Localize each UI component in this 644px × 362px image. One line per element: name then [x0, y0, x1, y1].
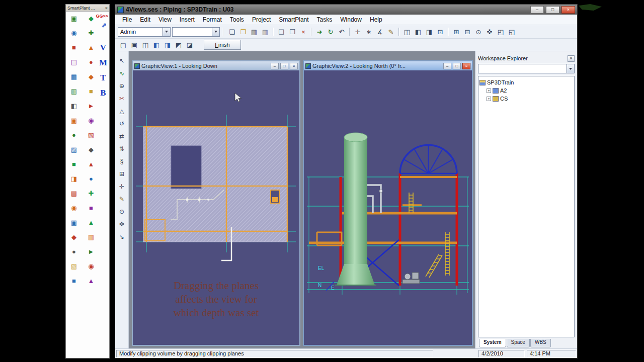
print-icon[interactable]: ▥: [260, 27, 270, 37]
menu-help[interactable]: Help: [366, 15, 386, 24]
palette-icon[interactable]: ▦: [85, 232, 97, 242]
graphic-canvas-2[interactable]: EL N E: [304, 70, 472, 345]
undo-icon[interactable]: ↶: [337, 27, 347, 37]
graphic-view-1-titlebar[interactable]: GraphicView:1 - Looking Down – □ ×: [133, 61, 299, 70]
palette-icon[interactable]: ■: [85, 86, 97, 97]
clip-option-7-icon[interactable]: ◪: [185, 40, 195, 50]
menu-format[interactable]: Format: [199, 15, 226, 24]
menu-tools[interactable]: Tools: [226, 15, 248, 24]
pan-icon[interactable]: ✜: [485, 27, 495, 37]
palette-icon[interactable]: ●: [68, 130, 80, 140]
expander-icon[interactable]: +: [487, 97, 491, 101]
palette-letter-m[interactable]: M: [99, 58, 108, 68]
palette-icon[interactable]: ▲: [85, 276, 97, 286]
point-along-icon[interactable]: ∗: [364, 27, 374, 37]
graphic-canvas-1[interactable]: Dragging the planes affects the view for…: [133, 70, 299, 345]
palette-letter-t[interactable]: T: [99, 73, 108, 83]
clip-option-3-icon[interactable]: ◫: [140, 40, 150, 50]
crosshair-tool-icon[interactable]: ✛: [117, 182, 127, 191]
move-tool-icon[interactable]: ⇄: [117, 132, 127, 141]
new-document-icon[interactable]: ❏: [227, 27, 237, 37]
palette-icon[interactable]: ►: [85, 101, 97, 111]
palette-icon[interactable]: ▧: [85, 130, 97, 140]
palette-icon[interactable]: ◉: [85, 261, 97, 272]
previous-view-icon[interactable]: ◱: [507, 27, 517, 37]
palette-letter-v[interactable]: V: [99, 43, 108, 53]
zoom-in-icon[interactable]: ⊞: [451, 27, 461, 37]
menu-window[interactable]: Window: [336, 15, 366, 24]
palette-icon[interactable]: ▲: [85, 43, 97, 53]
grid-tool-icon[interactable]: ⊞: [117, 169, 127, 178]
pinpoint-icon[interactable]: ✛: [353, 27, 363, 37]
palette-icon[interactable]: ◨: [68, 174, 80, 184]
measure-icon[interactable]: ∡: [375, 27, 385, 37]
zoom-tool-2-icon[interactable]: ⊙: [117, 207, 127, 216]
palette-icon[interactable]: ■: [68, 276, 80, 286]
palette-icon[interactable]: ▥: [68, 86, 80, 97]
palette-icon[interactable]: ▧: [68, 261, 80, 272]
palette-icon[interactable]: ◉: [68, 203, 80, 213]
tree-item-cs[interactable]: +CS: [479, 95, 573, 103]
palette-icon[interactable]: ●: [85, 57, 97, 67]
chevron-down-icon[interactable]: [163, 28, 170, 36]
menu-smartplant[interactable]: SmartPlant: [275, 15, 312, 24]
insert-component-icon[interactable]: ⊕: [117, 81, 127, 90]
close-icon[interactable]: ×: [568, 55, 575, 62]
finish-button[interactable]: Finish: [204, 40, 241, 50]
save-icon[interactable]: ▦: [249, 27, 259, 37]
close-button[interactable]: ×: [561, 6, 575, 14]
clip-option-5-icon[interactable]: ◨: [163, 40, 173, 50]
locate-filter-combobox[interactable]: [172, 27, 220, 37]
copy-icon[interactable]: ❑: [276, 27, 286, 37]
menu-project[interactable]: Project: [248, 15, 275, 24]
palette-icon[interactable]: ✚: [85, 189, 97, 199]
palette-icon[interactable]: ◉: [85, 116, 97, 126]
close-button[interactable]: ×: [462, 63, 470, 69]
graphic-view-2-titlebar[interactable]: GraphicView:2 - Looking North (0° fr... …: [304, 61, 472, 70]
palette-icon[interactable]: ◆: [85, 72, 97, 82]
paste-icon[interactable]: ❒: [287, 27, 297, 37]
tab-wbs[interactable]: WBS: [530, 339, 551, 347]
palette-icon[interactable]: ■: [68, 43, 80, 53]
palette-icon[interactable]: ▣: [68, 218, 80, 228]
palette-icon[interactable]: ▲: [85, 159, 97, 169]
zoom-tool-icon[interactable]: ⊙: [473, 27, 484, 37]
palette-icon[interactable]: ◧: [68, 101, 80, 111]
maximize-button[interactable]: □: [546, 6, 559, 14]
tree-item-sp3dtrain[interactable]: SP3DTrain: [479, 78, 573, 86]
view-properties-icon[interactable]: ◫: [402, 27, 412, 37]
palette-icon[interactable]: ■: [85, 203, 97, 213]
clip-option-6-icon[interactable]: ◩: [174, 40, 184, 50]
tab-system[interactable]: System: [479, 339, 506, 347]
tab-space[interactable]: Space: [507, 339, 530, 347]
window-titlebar[interactable]: 4Views.ses : Piping : SP3DTrain : U03 – …: [115, 5, 577, 15]
chevron-down-icon[interactable]: [212, 28, 219, 36]
elevation-tool-icon[interactable]: ⇅: [117, 144, 127, 153]
permission-group-combobox[interactable]: Admin: [118, 27, 171, 37]
minimize-button[interactable]: –: [530, 6, 544, 14]
route-pipe-icon[interactable]: ∿: [117, 69, 127, 78]
palette-icon[interactable]: ▲: [85, 218, 97, 228]
palette-icon[interactable]: ▨: [68, 145, 80, 155]
palette-icon[interactable]: ◉: [68, 28, 80, 38]
sketch-icon[interactable]: ✎: [386, 27, 396, 37]
clip-option-4-icon[interactable]: ◧: [151, 40, 162, 50]
minimize-button[interactable]: –: [271, 63, 279, 69]
menu-view[interactable]: View: [154, 15, 176, 24]
section-tool-icon[interactable]: §: [117, 157, 127, 166]
menu-tasks[interactable]: Tasks: [313, 15, 337, 24]
palette-icon[interactable]: ◆: [85, 145, 97, 155]
palette-icon[interactable]: ●: [68, 247, 80, 257]
palette-titlebar[interactable]: SmartPlant ... ×: [66, 5, 109, 12]
palette-icon[interactable]: ■: [68, 159, 80, 169]
surface-mount-icon[interactable]: △: [117, 107, 127, 116]
move-icon[interactable]: ➜: [314, 27, 325, 37]
tree-item-a2[interactable]: +A2: [479, 86, 573, 95]
expander-icon[interactable]: +: [487, 88, 491, 93]
menu-insert[interactable]: Insert: [176, 15, 199, 24]
palette-icon[interactable]: ◆: [68, 232, 80, 242]
close-icon[interactable]: ×: [105, 6, 108, 11]
zoom-out-icon[interactable]: ⊟: [462, 27, 472, 37]
palette-icon[interactable]: ✚: [85, 28, 97, 38]
palette-gg-label[interactable]: GG>>: [96, 14, 108, 19]
